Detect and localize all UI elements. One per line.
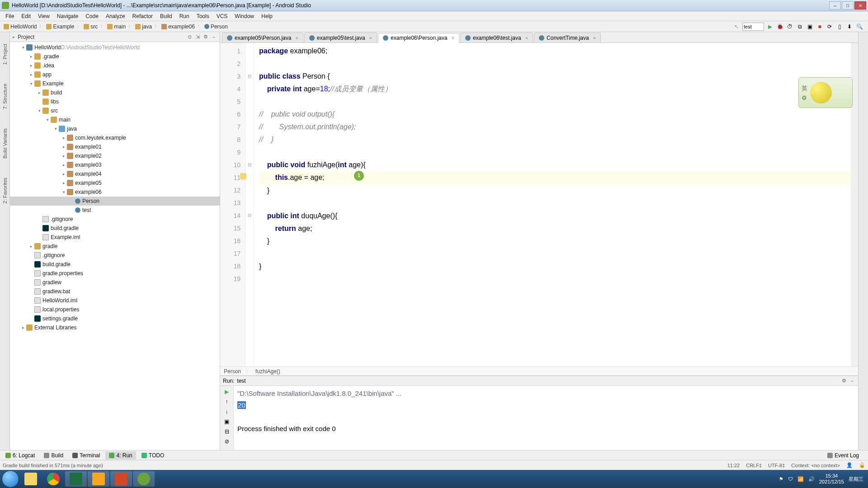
tree-node-example06[interactable]: ▾example06 — [10, 188, 220, 197]
tree-node-example04[interactable]: ▸example04 — [10, 169, 220, 178]
status-lock-icon[interactable]: 🔓 — [859, 462, 865, 468]
crumb-person[interactable]: Person — [203, 23, 230, 30]
tree-node--gradle[interactable]: ▸.gradle — [10, 52, 220, 61]
menu-help[interactable]: Help — [258, 12, 276, 20]
close-icon[interactable]: × — [295, 35, 298, 41]
crumb-example06[interactable]: example06 — [160, 23, 197, 30]
tree-node-helloworld[interactable]: ▾HelloWorld D:\AndroidStudioTest\HelloWo… — [10, 43, 220, 52]
status-encoding[interactable]: UTF-8‡ — [768, 463, 785, 468]
tree-node-gradle[interactable]: ▸gradle — [10, 242, 220, 251]
attach-button[interactable]: ⧉ — [796, 23, 804, 31]
back-arrow-icon[interactable]: ↖ — [732, 23, 741, 31]
task-word[interactable] — [88, 471, 109, 487]
tab-converttime-java[interactable]: ConvertTime.java× — [534, 33, 601, 42]
tree-node-test[interactable]: test — [10, 206, 220, 215]
tree-node-example05[interactable]: ▸example05 — [10, 178, 220, 188]
menu-code[interactable]: Code — [82, 12, 102, 20]
run-button[interactable]: ▶ — [766, 23, 774, 31]
tree-node-java[interactable]: ▾java — [10, 124, 220, 133]
tool-tab-build-variants[interactable]: Build Variants — [1, 126, 9, 161]
minimize-button[interactable]: – — [829, 1, 841, 9]
tree-node-example02[interactable]: ▸example02 — [10, 151, 220, 160]
menu-file[interactable]: File — [2, 12, 18, 20]
avd-button[interactable]: ▯ — [835, 23, 844, 31]
tab-example06-person-java[interactable]: example06\Person.java× — [378, 33, 459, 43]
tree-node-external-libraries[interactable]: ▸External Libraries — [10, 323, 220, 332]
bottom-tab-4-run[interactable]: 4: Run — [105, 451, 136, 460]
hide-panel-icon[interactable]: − — [211, 34, 217, 40]
fold-gutter[interactable]: ⊟⊟⊟ — [245, 43, 254, 366]
tool-tab-2-favorites[interactable]: 2: Favorites — [1, 175, 9, 206]
menu-view[interactable]: View — [34, 12, 53, 20]
tree-node-build-gradle[interactable]: build.gradle — [10, 224, 220, 233]
tree-node--gitignore[interactable]: .gitignore — [10, 215, 220, 224]
project-tree[interactable]: ▾HelloWorld D:\AndroidStudioTest\HelloWo… — [10, 42, 220, 450]
task-excel[interactable] — [65, 471, 87, 487]
tree-node-example[interactable]: ▾Example — [10, 79, 220, 88]
menu-build[interactable]: Build — [156, 12, 176, 20]
close-icon[interactable]: × — [369, 35, 372, 41]
code-editor[interactable]: package example06; public class Person {… — [254, 43, 851, 366]
status-inspector-icon[interactable]: 👤 — [846, 462, 853, 468]
tree-node-com-leyutek-example[interactable]: ▸com.leyutek.example — [10, 133, 220, 142]
maximize-button[interactable]: □ — [842, 1, 854, 9]
editor-crumb[interactable]: fuzhiAge() — [255, 368, 280, 375]
tree-node-gradlew-bat[interactable]: gradlew.bat — [10, 287, 220, 296]
scroll-from-source-icon[interactable]: ⊙ — [186, 34, 193, 40]
close-icon[interactable]: × — [451, 35, 454, 41]
crumb-java[interactable]: java — [133, 23, 154, 30]
run-output[interactable]: "D:\Software Installation\Java\jdk1.8.0_… — [234, 386, 858, 450]
crumb-src[interactable]: src — [82, 23, 99, 30]
menu-vcs[interactable]: VCS — [213, 12, 231, 20]
tree-node-settings-gradle[interactable]: settings.gradle — [10, 314, 220, 323]
crumb-helloworld[interactable]: HelloWorld — [2, 23, 38, 30]
settings-gear-icon[interactable]: ⚙ — [203, 34, 209, 40]
coverage-button[interactable]: ▣ — [806, 23, 814, 31]
tool-tab-7-structure[interactable]: 7: Structure — [1, 81, 9, 112]
task-explorer[interactable] — [20, 471, 42, 487]
sync-button[interactable]: ⟳ — [826, 23, 834, 31]
tree-node-libs[interactable]: libs — [10, 97, 220, 106]
bottom-tab-6-logcat[interactable]: 6: Logcat — [2, 451, 38, 460]
bottom-tab-todo[interactable]: TODO — [138, 451, 168, 460]
profile-button[interactable]: ⏱ — [786, 23, 794, 31]
tree-node-example-iml[interactable]: Example.iml — [10, 233, 220, 242]
tree-node-gradle-properties[interactable]: gradle.properties — [10, 269, 220, 278]
tray-flag-icon[interactable]: ⚑ — [779, 476, 783, 482]
run-pin-button[interactable]: ⊘ — [223, 437, 231, 446]
tree-node-gradlew[interactable]: gradlew — [10, 278, 220, 287]
start-button[interactable] — [2, 470, 19, 488]
task-ppt[interactable] — [110, 471, 132, 487]
tree-node-app[interactable]: ▸app — [10, 70, 220, 79]
tree-node-person[interactable]: Person — [10, 197, 220, 206]
rerun-button[interactable]: ▶ — [223, 388, 231, 396]
tab-example06-test-java[interactable]: example06\test.java× — [460, 33, 533, 42]
tree-node-local-properties[interactable]: local.properties — [10, 305, 220, 314]
run-settings-icon[interactable]: ⚙ — [841, 378, 847, 384]
menu-navigate[interactable]: Navigate — [53, 12, 82, 20]
run-layout-button[interactable]: ▣ — [223, 418, 231, 426]
close-icon[interactable]: × — [525, 35, 528, 41]
tray-volume-icon[interactable]: 🔊 — [808, 476, 815, 482]
project-dropdown-icon[interactable]: ▸ — [13, 34, 15, 39]
stop-button[interactable]: ■ — [816, 23, 824, 31]
tab-example05-person-java[interactable]: example05\Person.java× — [222, 33, 303, 42]
tree-node-build-gradle[interactable]: build.gradle — [10, 260, 220, 269]
collapse-icon[interactable]: ⇲ — [194, 34, 201, 40]
close-button[interactable]: ✕ — [854, 1, 866, 9]
menu-run[interactable]: Run — [176, 12, 193, 20]
tray-network-icon[interactable]: 📶 — [797, 476, 804, 482]
tray-clock[interactable]: 15:34 2021/12/15 — [819, 473, 844, 485]
menu-refactor[interactable]: Refactor — [129, 12, 156, 20]
bottom-tab-build[interactable]: Build — [40, 451, 67, 460]
menu-window[interactable]: Window — [231, 12, 258, 20]
search-icon[interactable]: 🔍 — [855, 23, 863, 31]
tool-tab-1-project[interactable]: 1: Project — [1, 41, 9, 67]
tab-example05-test-java[interactable]: example05\test.java× — [304, 33, 377, 42]
task-android-studio[interactable] — [133, 471, 155, 487]
run-down-button[interactable]: ↓ — [223, 408, 231, 416]
tree-node--idea[interactable]: ▸.idea — [10, 61, 220, 70]
close-icon[interactable]: × — [593, 35, 596, 41]
system-tray[interactable]: ⚑ 🛡 📶 🔊 15:34 2021/12/15 星期三 — [779, 473, 866, 485]
menu-edit[interactable]: Edit — [18, 12, 34, 20]
